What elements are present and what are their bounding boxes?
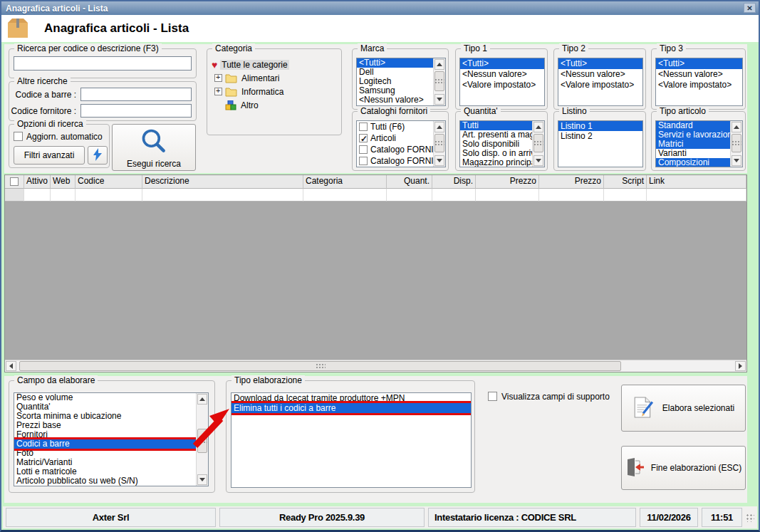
scroll-down-icon[interactable] <box>197 474 207 485</box>
filter-cell[interactable] <box>387 189 432 202</box>
list-item-elimina-codici[interactable]: Elimina tutti i codici a barre <box>231 403 471 413</box>
column-header[interactable]: Web <box>51 175 76 189</box>
scrollbar-thumb[interactable] <box>434 71 444 91</box>
column-header[interactable]: Disp. <box>432 175 476 189</box>
list-item[interactable]: Tutti (F6) <box>357 121 445 132</box>
scrollbar-thumb[interactable] <box>732 134 741 152</box>
cataloghi-scrollbar[interactable] <box>433 121 445 167</box>
list-item[interactable]: Logitech <box>357 77 445 86</box>
column-header[interactable]: Link <box>647 175 746 189</box>
filter-cell[interactable] <box>476 189 539 202</box>
scroll-up-icon[interactable] <box>434 122 444 132</box>
list-item[interactable]: Download da Icecat tramite produttore +M… <box>231 393 471 403</box>
list-item[interactable]: Servizi e lavorazioni <box>656 130 742 140</box>
list-item[interactable]: <Tutti> <box>460 58 544 69</box>
marca-scrollbar[interactable] <box>433 58 445 105</box>
list-item[interactable]: Listino 1 <box>558 121 642 131</box>
list-item[interactable]: Catalogo FORNITOR <box>357 155 445 167</box>
catalog-checkbox[interactable] <box>359 145 368 154</box>
scroll-down-icon[interactable] <box>732 155 741 166</box>
list-item[interactable]: <Nessun valore> <box>357 95 445 105</box>
column-header[interactable]: Prezzo <box>539 175 604 189</box>
campo-scrollbar[interactable] <box>196 393 208 486</box>
list-item[interactable]: <Tutti> <box>656 58 742 69</box>
list-item[interactable]: <Nessun valore> <box>460 69 544 80</box>
list-item[interactable]: Fornitori <box>14 430 208 439</box>
visualizza-campi-checkbox[interactable] <box>488 392 497 401</box>
list-item[interactable]: <Nessun valore> <box>558 69 642 80</box>
scroll-up-icon[interactable] <box>434 59 444 70</box>
list-item[interactable]: <Valore impostato> <box>460 80 544 90</box>
list-item[interactable]: Listino 2 <box>558 131 642 141</box>
list-item[interactable]: Prezzi base <box>14 421 208 430</box>
quantita-scrollbar[interactable] <box>532 121 544 167</box>
catalog-checkbox[interactable] <box>359 122 368 131</box>
list-item[interactable]: Foto <box>14 449 208 458</box>
scroll-right-icon[interactable] <box>735 361 746 371</box>
tree-item-altro[interactable]: Altro <box>212 98 337 112</box>
list-item[interactable]: Samsung <box>357 86 445 95</box>
filter-cell[interactable] <box>604 189 647 202</box>
scroll-down-icon[interactable] <box>533 155 543 166</box>
scroll-up-icon[interactable] <box>533 122 543 132</box>
elabora-selezionati-button[interactable]: Elabora selezionati <box>621 385 746 432</box>
scroll-down-icon[interactable] <box>434 94 444 105</box>
filter-cell[interactable] <box>142 189 303 202</box>
column-header[interactable]: Quant. <box>387 175 432 189</box>
scroll-up-icon[interactable] <box>197 394 207 405</box>
column-header[interactable]: Attivo <box>24 175 51 189</box>
catalog-checkbox[interactable] <box>359 134 368 142</box>
fine-elaborazioni-button[interactable]: Fine elaborazioni (ESC) <box>621 446 746 490</box>
expand-plus-icon[interactable] <box>214 74 222 82</box>
list-item[interactable]: Matrici/Varianti <box>14 458 208 467</box>
list-item[interactable]: Lotti e matricole <box>14 467 208 476</box>
list-item[interactable]: Peso e volume <box>14 393 208 402</box>
list-item[interactable]: <Valore impostato> <box>558 80 642 90</box>
quick-filter-button[interactable] <box>88 146 108 165</box>
list-item[interactable]: <Tutti> <box>357 58 445 68</box>
scrollbar-thumb[interactable] <box>197 429 207 453</box>
list-item[interactable]: Articolo pubblicato su web (S/N) <box>14 476 208 486</box>
list-item[interactable]: Catalogo FORNITOR <box>357 144 445 155</box>
filter-cell[interactable] <box>539 189 604 202</box>
barcode-input[interactable] <box>80 88 192 101</box>
list-item[interactable]: Standard <box>656 121 742 130</box>
resize-grip[interactable] <box>746 513 754 522</box>
list-item[interactable]: Quantita' <box>14 402 208 412</box>
filter-cell[interactable] <box>432 189 476 202</box>
select-all-cell[interactable] <box>5 175 24 189</box>
list-item-codici-a-barre[interactable]: Codici a barre <box>14 439 208 449</box>
column-header[interactable]: Script <box>604 175 647 189</box>
scroll-left-icon[interactable] <box>6 361 16 371</box>
list-item[interactable]: <Nessun valore> <box>656 69 742 80</box>
list-item[interactable]: Articoli <box>357 132 445 144</box>
filter-cell[interactable] <box>51 189 76 202</box>
scrollbar-thumb[interactable] <box>19 361 621 371</box>
search-input[interactable] <box>14 56 192 71</box>
list-item[interactable]: <Valore impostato> <box>656 80 742 90</box>
tree-item-informatica[interactable]: Informatica <box>212 85 337 98</box>
column-header[interactable]: Prezzo <box>476 175 539 189</box>
filter-cell[interactable] <box>303 189 387 202</box>
column-header[interactable]: Codice <box>76 175 142 189</box>
esegui-ricerca-button[interactable]: Esegui ricerca <box>112 124 196 171</box>
column-header[interactable]: Categoria <box>303 175 387 189</box>
list-item[interactable]: Composizioni <box>656 158 742 167</box>
list-item[interactable]: Dell <box>357 68 445 77</box>
catalog-checkbox[interactable] <box>359 157 368 165</box>
filter-cell[interactable] <box>24 189 51 202</box>
scrollbar-thumb[interactable] <box>533 134 543 152</box>
list-item[interactable]: <Tutti> <box>558 58 642 69</box>
tree-item-tutte-le-categorie[interactable]: ♥ Tutte le categorie <box>212 58 337 71</box>
supplier-code-input[interactable] <box>80 104 192 118</box>
scroll-down-icon[interactable] <box>434 155 444 166</box>
filtri-avanzati-button[interactable]: Filtri avanzati <box>14 146 85 165</box>
scrollbar-thumb[interactable] <box>434 134 444 152</box>
filter-cell[interactable] <box>647 189 746 202</box>
grid-horizontal-scrollbar[interactable] <box>5 360 746 372</box>
close-icon[interactable]: ✕ <box>744 3 756 13</box>
list-item[interactable]: Varianti <box>656 149 742 158</box>
tree-item-alimentari[interactable]: Alimentari <box>212 71 337 85</box>
column-header[interactable]: Descrizione <box>142 175 303 189</box>
scroll-up-icon[interactable] <box>732 122 741 132</box>
